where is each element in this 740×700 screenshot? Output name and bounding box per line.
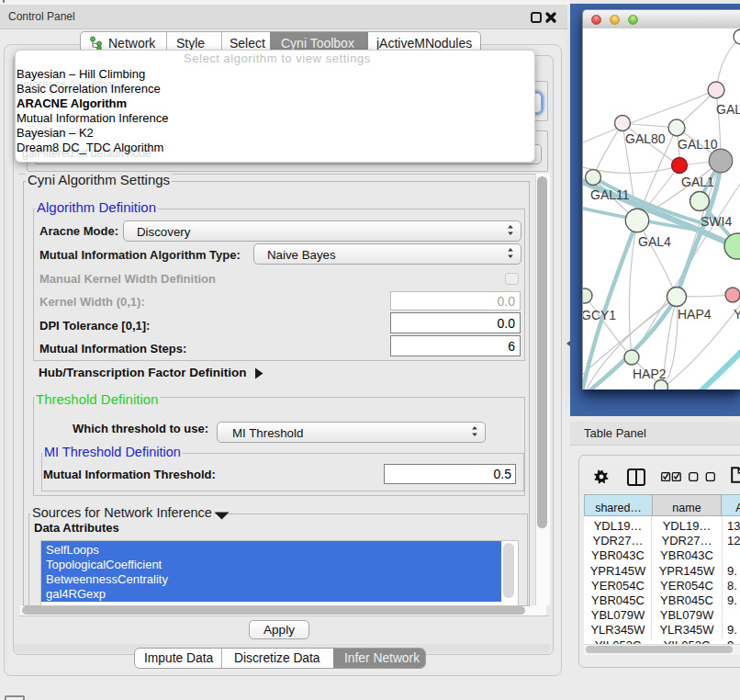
svg-text:SWI4: SWI4 [701, 214, 732, 229]
svg-text:GCY1: GCY1 [583, 308, 616, 322]
svg-text:GAL1: GAL1 [681, 175, 714, 189]
svg-text:GAL7: GAL7 [716, 102, 740, 117]
svg-text:GAL80: GAL80 [625, 131, 666, 146]
svg-text:GAL4: GAL4 [638, 234, 671, 249]
svg-text:YB: YB [734, 307, 740, 322]
svg-text:HAP2: HAP2 [633, 367, 667, 381]
svg-text:HAP4: HAP4 [678, 307, 712, 322]
svg-text:GAL11: GAL11 [590, 187, 630, 202]
svg-text:GAL10: GAL10 [678, 137, 718, 152]
